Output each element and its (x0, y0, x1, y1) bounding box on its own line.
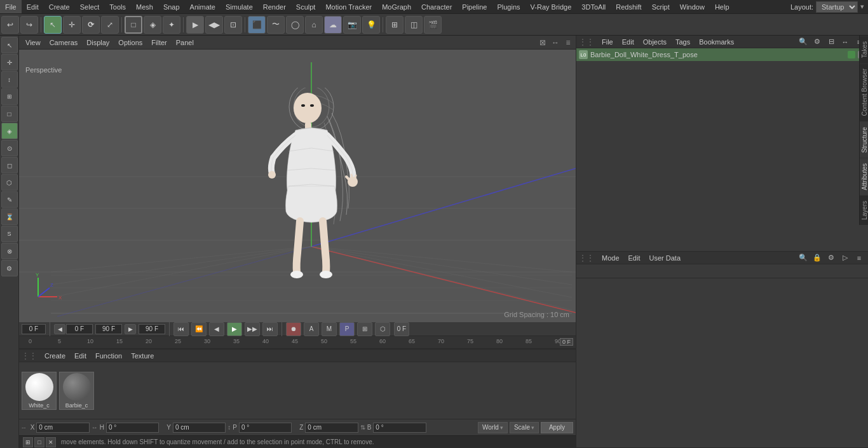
coord-z-pos-input[interactable] (305, 423, 358, 433)
sidebar-tool-3[interactable]: ⊞ (1, 88, 18, 105)
env-button[interactable]: ☁ (324, 16, 342, 34)
display-button[interactable]: ◫ (405, 16, 423, 34)
obj-menu-file[interactable]: File (599, 38, 616, 46)
prev-keyframe-btn[interactable]: ◀ (54, 324, 65, 334)
light-button[interactable]: 💡 (362, 16, 380, 34)
viewport-more-icon[interactable]: ≡ (563, 37, 573, 48)
scale-tool-button[interactable]: ⤢ (101, 16, 119, 34)
rotate-tool-button[interactable]: ⟳ (82, 16, 100, 34)
menu-tools[interactable]: Tools (104, 0, 131, 13)
menu-sculpt[interactable]: Sculpt (291, 0, 321, 13)
attr-settings-btn[interactable]: ⚙ (825, 252, 837, 264)
menu-mesh[interactable]: Mesh (131, 0, 158, 13)
viewport-menu-panel[interactable]: Panel (172, 39, 198, 46)
attr-lock-btn[interactable]: 🔒 (811, 252, 824, 264)
current-frame-input[interactable] (22, 324, 46, 334)
viewport-menu-display[interactable]: Display (83, 39, 113, 46)
materials-menu-create[interactable]: Create (42, 352, 68, 360)
spline-create-button[interactable]: 〜 (267, 16, 285, 34)
menu-create[interactable]: Create (44, 0, 75, 13)
sidebar-tool-12[interactable]: ⊗ (1, 243, 18, 259)
keyframe-layout-btn[interactable]: ⊞ (357, 322, 372, 336)
menu-3dtoall[interactable]: 3DToAll (576, 0, 611, 13)
materials-menu-texture[interactable]: Texture (128, 352, 156, 360)
attr-menu-mode[interactable]: Mode (599, 254, 622, 262)
attr-more-btn[interactable]: ≡ (853, 252, 865, 264)
sidebar-tool-2[interactable]: ↕ (1, 71, 18, 88)
next-keyframe-btn[interactable]: ▶ (125, 324, 136, 334)
status-icon-0[interactable]: ⊞ (23, 437, 33, 447)
sidebar-tool-5[interactable]: ◈ (1, 123, 18, 139)
sidebar-tool-1[interactable]: ✛ (1, 54, 18, 71)
model-mode-button[interactable]: ◈ (144, 16, 161, 34)
end-frame-input-2[interactable] (139, 324, 165, 334)
go-start-btn[interactable]: ⏮ (173, 322, 189, 336)
obj-menu-objects[interactable]: Objects (641, 38, 669, 46)
viewport-lock-icon[interactable]: ↔ (550, 37, 560, 48)
camera-button[interactable]: 📷 (343, 16, 361, 34)
grid-button[interactable]: ⊞ (386, 16, 403, 34)
sidebar-tool-13[interactable]: ⚙ (1, 260, 18, 276)
apply-button[interactable]: Apply (541, 422, 573, 433)
status-icon-2[interactable]: ✕ (46, 437, 56, 447)
menu-edit[interactable]: Edit (22, 0, 44, 13)
right-tab-takes[interactable]: Takes (860, 36, 868, 63)
attr-search-btn[interactable]: 🔍 (797, 252, 810, 264)
obj-expand-btn[interactable]: ⊟ (825, 36, 837, 48)
deform-button[interactable]: ⌂ (305, 16, 323, 34)
sidebar-tool-6[interactable]: ⊙ (1, 140, 18, 156)
menu-render[interactable]: Render (258, 0, 291, 13)
go-end-btn[interactable]: ⏭ (262, 322, 278, 336)
right-tab-structure[interactable]: Structure (860, 121, 868, 158)
auto-key-btn[interactable]: A (304, 322, 319, 336)
render-region-button[interactable]: ⊡ (224, 16, 242, 34)
status-icon-1[interactable]: □ (34, 437, 44, 447)
redo-button[interactable]: ↪ (20, 16, 38, 34)
menu-select[interactable]: Select (75, 0, 105, 13)
menu-help[interactable]: Help (710, 0, 735, 13)
attr-menu-userdata[interactable]: User Data (647, 254, 684, 262)
coord-y-pos-input[interactable] (173, 423, 226, 433)
obj-item-barbie[interactable]: L0 Barbie_Doll_White_Dress_T_pose (576, 48, 868, 61)
sidebar-tool-9[interactable]: ✎ (1, 191, 18, 208)
menu-window[interactable]: Window (675, 0, 710, 13)
move-tool-button[interactable]: ✛ (63, 16, 81, 34)
right-tab-layers[interactable]: Layers (860, 195, 868, 225)
obj-close-btn[interactable]: ↔ (839, 36, 851, 48)
right-tab-content-browser[interactable]: Content Browser (860, 63, 868, 121)
sidebar-tool-4[interactable]: □ (1, 105, 18, 122)
menu-character[interactable]: Character (416, 0, 457, 13)
menu-plugins[interactable]: Plugins (492, 0, 525, 13)
nurbs-button[interactable]: ◯ (286, 16, 304, 34)
menu-snap[interactable]: Snap (158, 0, 185, 13)
viewport-expand-icon[interactable]: ⊠ (538, 37, 548, 48)
motion-key-btn[interactable]: M (322, 322, 337, 336)
menu-redshift[interactable]: Redshift (611, 0, 646, 13)
scale-button[interactable]: Scale ▾ (510, 422, 539, 433)
layout-select[interactable]: Startup (816, 1, 858, 13)
preview-anim-btn[interactable]: P (339, 322, 355, 336)
sidebar-tool-8[interactable]: ⬡ (1, 174, 18, 191)
coord-p-input[interactable] (239, 423, 292, 433)
world-button[interactable]: World ▾ (478, 422, 508, 433)
coord-x-pos-input[interactable] (36, 423, 89, 433)
step-back-btn[interactable]: ⏪ (191, 322, 207, 336)
attr-expand-btn[interactable]: ▷ (839, 252, 851, 264)
materials-menu-edit[interactable]: Edit (72, 352, 89, 360)
materials-menu-function[interactable]: Function (93, 352, 125, 360)
viewport-menu-view[interactable]: View (22, 39, 44, 46)
obj-menu-bookmarks[interactable]: Bookmarks (696, 38, 736, 46)
menu-simulate[interactable]: Simulate (220, 0, 258, 13)
menu-file[interactable]: File (0, 0, 22, 13)
coord-b-input[interactable] (373, 423, 426, 433)
viewport-menu-options[interactable]: Options (114, 39, 146, 46)
start-frame-input[interactable] (66, 324, 93, 334)
sidebar-tool-7[interactable]: ◻ (1, 157, 18, 173)
undo-button[interactable]: ↩ (1, 16, 19, 34)
play-back-button[interactable]: ◀▶ (205, 16, 223, 34)
cube-create-button[interactable]: ⬛ (248, 16, 266, 34)
timeline-ruler[interactable]: 0 5 10 15 20 25 30 35 40 45 50 55 60 65 … (19, 336, 576, 349)
play-forward-button[interactable]: ▶ (186, 16, 204, 34)
obj-menu-tags[interactable]: Tags (673, 38, 693, 46)
menu-mograph[interactable]: MoGraph (377, 0, 416, 13)
